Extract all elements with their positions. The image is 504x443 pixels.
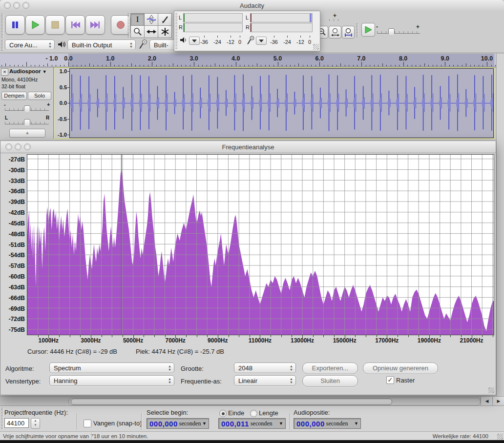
gain-slider-thumb[interactable] [24,105,30,113]
tool-multi-button[interactable] [158,25,172,38]
output-device-select[interactable]: Core Au... ▲▼ [5,40,55,50]
audio-position-field[interactable]: 000,000 seconden ▼ [294,418,361,429]
timeline-label: 6.0 [310,55,329,62]
end-radio-label: Einde [228,409,244,417]
fit-project-button[interactable] [329,26,341,39]
project-rate-input[interactable]: 44100 [4,418,29,428]
algorithm-select[interactable]: Spectrum ▲▼ [49,362,174,373]
fit-selection-icon [344,28,353,37]
timeline-label: 5.0 [268,55,288,62]
playback-meter-menu-button[interactable] [189,37,200,45]
grid-checkbox[interactable]: ✓ [386,376,394,384]
timeline-tick [89,63,90,66]
mixer-grabber[interactable] [1,40,3,51]
record-meter-R[interactable] [250,23,313,32]
end-radio[interactable] [219,410,227,417]
pause-button[interactable] [5,15,25,35]
speed-slider-track[interactable] [377,33,420,34]
track-close-button[interactable]: × [1,68,8,76]
play-at-speed-button[interactable] [361,23,375,37]
meter-scale-label: -36 [270,39,278,45]
window-resize-grip[interactable] [488,387,494,393]
db-axis-label: -33dB [0,178,25,184]
play-button[interactable] [25,15,45,35]
timeline-tick [470,65,471,66]
tool-zoom-button[interactable] [130,25,145,38]
tool-selection-button[interactable]: I [130,13,145,26]
panel-resize-grip[interactable] [313,44,319,50]
frequency-analysis-window[interactable]: Frequentieanalyse -27dB-30dB-33dB-36dB-3… [0,141,496,395]
playback-meter-R[interactable] [183,23,243,32]
main-window-titlebar[interactable]: Audacity [0,0,504,11]
size-select[interactable]: 2048 ▲▼ [234,362,296,373]
db-axis-label: -27dB [0,156,25,163]
input-value: Built- [154,41,168,49]
vertical-scrollbar[interactable] [496,54,504,396]
selection-end-field[interactable]: 000,011 seconden ▼ [218,418,286,429]
export-button[interactable]: Exporteren... [302,362,358,374]
output-select[interactable]: Built-in Output ▲▼ [67,40,136,50]
solo-button[interactable]: Solo [28,92,51,100]
forward-button[interactable] [85,15,105,35]
speed-slider-thumb[interactable] [388,28,395,36]
window-type-select[interactable]: Hanning ▲▼ [49,375,174,386]
close-button[interactable]: Sluiten [302,375,358,387]
track-menu-button[interactable]: Audiospoor ▼ [9,68,52,75]
stop-button[interactable] [45,15,65,35]
freq-window-titlebar[interactable]: Frequentieanalyse [0,141,496,153]
fit-selection-button[interactable] [342,26,355,39]
scroll-right-arrow-icon[interactable]: ▶ [492,397,504,405]
record-meter-L[interactable] [250,13,313,22]
window-resize-grip[interactable] [497,434,503,440]
replot-button[interactable]: Opnieuw genereren [363,362,438,374]
amplitude-ruler[interactable]: 1.00.50.0-0.5-1.0 [55,68,69,138]
db-axis-label: -60dB [0,273,25,280]
selection-start-field[interactable]: 000,000 seconden ▼ [147,418,209,429]
timeline-tick [156,65,157,66]
hz-axis-tick [165,335,166,337]
timeline-ruler[interactable]: - 1.00.01.02.03.04.05.06.07.08.09.010.0 [0,54,504,67]
project-rate-label: Projectfrequentie (Hz): [4,409,68,416]
stop-icon [50,20,60,30]
waveform-display[interactable] [69,68,494,138]
dropdown-arrow-icon[interactable]: ▼ [354,421,360,426]
playback-meter-L[interactable] [183,13,243,22]
scroll-left-arrow-icon[interactable]: ◀ [481,397,493,405]
hz-axis-tick [313,335,314,337]
timeline-tick [366,65,366,66]
hscroll-track[interactable] [68,398,481,405]
rewind-button[interactable] [65,15,85,35]
meter-toolbar-panel[interactable]: L R -36-24-120 L R -36-24-120 [174,11,320,51]
pan-slider-thumb[interactable] [24,119,30,127]
timeline-tick [68,62,69,66]
project-rate-stepper[interactable]: ▲▼ [31,418,40,429]
select-stepper-icon: ▲▼ [290,377,293,384]
mute-button[interactable]: Dempen [1,92,27,100]
record-meter-menu-button[interactable] [256,37,267,45]
tools-grabber[interactable] [127,13,130,38]
timeline-tick [26,62,27,66]
tool-envelope-button[interactable] [144,13,158,26]
transcription-grabber[interactable] [356,23,358,37]
horizontal-scrollbar[interactable]: ◀ ▶ [0,396,504,406]
toolbar-grabber[interactable] [1,14,3,38]
tool-timeshift-button[interactable] [144,25,158,38]
dropdown-arrow-icon[interactable]: ▼ [279,421,285,426]
hz-axis-label: 11000Hz [240,337,279,344]
snap-to-checkbox[interactable] [84,420,91,427]
spectrum-plot[interactable] [27,154,494,335]
volume-slider-ticks[interactable] [329,19,340,21]
hscroll-thumb[interactable] [71,399,392,405]
status-right-text: Werkelijke rate: 44100 [433,433,488,439]
length-radio[interactable] [250,410,257,417]
pencil-icon [160,15,170,24]
record-meter-R-label: R [246,24,250,30]
meter-grabber[interactable] [175,13,178,49]
tool-draw-button[interactable] [158,13,172,26]
dropdown-arrow-icon[interactable]: ▼ [202,421,209,426]
freq-axis-select[interactable]: Lineair ▲▼ [234,375,296,386]
meter-scale-tick [310,36,310,38]
hz-axis-tick [197,335,197,337]
selection-toolbar-grabber[interactable] [1,408,3,430]
track-collapse-button[interactable]: ▲ [9,129,45,138]
